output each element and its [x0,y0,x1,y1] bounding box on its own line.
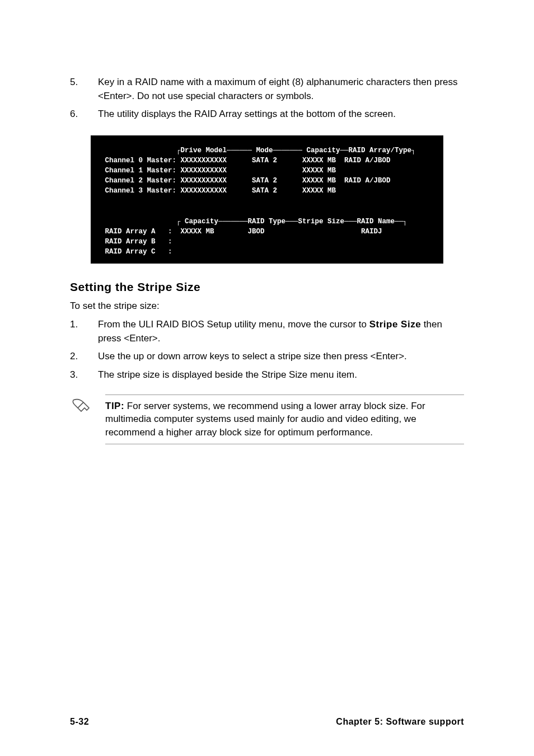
stripe-step-2: 2. Use the up or down arrow keys to sele… [70,350,464,364]
step-text: Key in a RAID name with a maximum of eig… [98,76,464,103]
step-6: 6. The utility displays the RAID Array s… [70,107,464,121]
step-number: 2. [70,350,98,364]
stripe-step-3: 3. The stripe size is displayed beside t… [70,368,464,382]
page-number: 5-32 [70,717,89,727]
section-intro: To set the stripe size: [70,299,464,313]
stripe-step-1: 1. From the ULI RAID BIOS Setup utility … [70,318,464,345]
tip-text: TIP: For server systems, we recommend us… [105,395,464,444]
step-5: 5. Key in a RAID name with a maximum of … [70,76,464,103]
pencil-icon [70,395,95,421]
step-number: 5. [70,76,98,103]
step-number: 1. [70,318,98,345]
step-text: From the ULI RAID BIOS Setup utility men… [98,318,464,345]
tip-callout: TIP: For server systems, we recommend us… [70,395,464,444]
bios-row: Channel 2 Master: XXXXXXXXXXX SATA 2 XXX… [101,177,391,185]
step-number: 6. [70,107,98,121]
step-text: The utility displays the RAID Array sett… [98,107,464,121]
bios-row: RAID Array C : [101,248,172,256]
bios-screenshot: ┌Drive Model────── Mode─────── Capacity─… [91,135,443,264]
step-text: Use the up or down arrow keys to select … [98,350,464,364]
bios-header: ┌Drive Model────── Mode─────── Capacity─… [101,147,416,154]
section-heading: Setting the Stripe Size [70,280,464,294]
page-footer: 5-32 Chapter 5: Software support [70,717,464,727]
bios-header2: ┌ Capacity───────RAID Type───Stripe Size… [101,218,407,226]
step-text: The stripe size is displayed beside the … [98,368,464,382]
step-number: 3. [70,368,98,382]
bios-row: Channel 3 Master: XXXXXXXXXXX SATA 2 XXX… [101,187,336,195]
bios-row: Channel 0 Master: XXXXXXXXXXX SATA 2 XXX… [101,157,391,165]
chapter-label: Chapter 5: Software support [336,717,464,727]
bios-row: Channel 1 Master: XXXXXXXXXXX XXXXX MB [101,167,336,175]
bios-row: RAID Array A : XXXXX MB JBOD RAIDJ [101,228,382,236]
tip-label: TIP: [105,401,124,411]
bold-term: Stripe Size [369,319,421,330]
bios-row: RAID Array B : [101,238,172,246]
